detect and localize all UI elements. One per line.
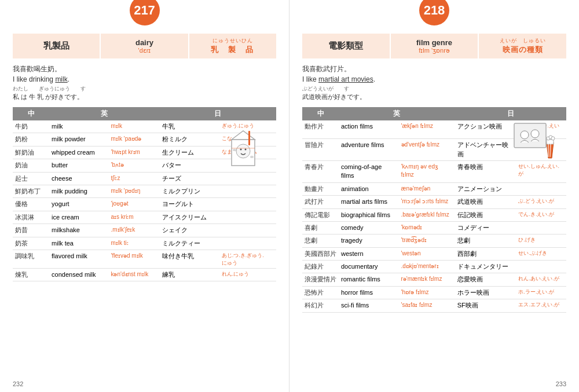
- cell-zh: 鮮奶油: [13, 146, 49, 159]
- cell-zh: 冒險片: [302, 139, 339, 161]
- cell-jp-ruby: あじ.つ.き.ぎゅう. にゅう: [219, 250, 276, 268]
- cell-phonetic: mɪlk 'pʊdɪŋ: [108, 185, 159, 197]
- cell-phonetic: 'joʊgət: [108, 198, 159, 211]
- cell-jp: 恋愛映画: [455, 273, 516, 286]
- cell-phonetic: 'hɒrə fɪlmz: [399, 286, 455, 299]
- cell-jp-ruby: エス.エフ.えい.が: [516, 299, 566, 312]
- table-row: 鮮奶布丁milk puddingmɪlk 'pʊdɪŋミルクプリン: [13, 185, 276, 197]
- col-header-en: 英: [49, 107, 160, 120]
- cell-jp-ruby: れん.にゅう: [219, 269, 276, 281]
- right-page: 218 電影類型 film genre fɪlm 'ʒɒnrə えいが しゅるい…: [290, 0, 579, 392]
- cell-en: condensed milk: [49, 269, 108, 281]
- table-row: 喜劇comedy'kɒmədɪコメディー: [302, 221, 566, 234]
- cell-zh: 起士: [13, 172, 49, 185]
- movie-illustration: [513, 122, 554, 157]
- cell-en: horror films: [339, 286, 399, 299]
- cell-jp: ミルクティー: [160, 237, 219, 250]
- svg-point-5: [233, 149, 236, 151]
- sentence-zh-right: 我喜歡武打片。: [302, 64, 566, 74]
- cell-jp: アクション映画: [455, 120, 516, 139]
- cell-phonetic: mɪlk tiː: [108, 237, 159, 250]
- sentence-en-right: I like martial art movies.: [302, 75, 566, 83]
- table-row: 浪漫愛情片romantic filmsrə'mæntɪk fɪlmz恋愛映画れん…: [302, 273, 566, 286]
- svg-point-11: [531, 130, 539, 138]
- cell-jp-ruby: せい.ぶ.げき: [516, 247, 566, 260]
- cell-jp: 練乳: [160, 269, 219, 281]
- cell-jp-ruby: せい.しゅん.えい.が: [516, 160, 566, 182]
- svg-point-4: [245, 149, 247, 151]
- cell-en: milkshake: [49, 224, 108, 237]
- header-zh-right: 電影類型: [302, 34, 390, 58]
- svg-rect-8: [248, 131, 250, 145]
- cell-en: milk: [49, 120, 108, 133]
- header-jp-right: えいが しゅるい 映画の種類: [479, 34, 566, 58]
- cell-en: milk pudding: [49, 185, 108, 197]
- cell-en: cheese: [49, 172, 108, 185]
- cell-phonetic: 'bʌtə: [108, 159, 159, 172]
- cell-jp: バター: [160, 159, 219, 172]
- cell-jp: 青春映画: [455, 160, 516, 182]
- cell-en: animation: [339, 182, 399, 195]
- cell-zh: 牛奶: [13, 120, 49, 133]
- cell-jp: チーズ: [160, 172, 219, 185]
- svg-point-3: [240, 149, 242, 151]
- cell-jp-ruby: ホ.ラー.えい.が: [516, 286, 566, 299]
- cell-jp-ruby: ぶ.どう.えい.が: [516, 196, 566, 208]
- cell-zh: 鮮奶布丁: [13, 185, 49, 197]
- cell-phonetic: 'westən: [399, 247, 455, 260]
- cell-zh: 傳記電影: [302, 208, 339, 221]
- cell-en: biographical films: [339, 208, 399, 221]
- sentence-jp-left: わたし ぎゅうにゅう す 私 は 牛 乳 が好きです。: [13, 85, 276, 101]
- cell-jp-ruby: [516, 221, 566, 234]
- table-row: 傳記電影biographical films.baɪə'ɡræfɪkl fɪlm…: [302, 208, 566, 221]
- cell-en: milk tea: [49, 237, 108, 250]
- cell-phonetic: aɪs kriːm: [108, 211, 159, 224]
- table-row: 動畫片animationænə'meʃənアニメーション: [302, 182, 566, 195]
- cell-en: sci-fi films: [339, 299, 399, 312]
- cell-jp: アニメーション: [455, 182, 516, 195]
- cell-jp: 味付き牛乳: [160, 250, 219, 268]
- cell-jp-ruby: [219, 211, 276, 224]
- cell-jp-ruby: れん.あい.えい.が: [516, 273, 566, 286]
- cell-jp: ヨーグルト: [160, 198, 219, 211]
- table-row: 起士cheesetʃiːzチーズ: [13, 172, 276, 185]
- cell-zh: 優格: [13, 198, 49, 211]
- header-row-left: 乳製品 dairy 'dɛrɪ にゅうせいひん 乳 製 品: [13, 34, 276, 58]
- table-row: 奶茶milk teamɪlk tiːミルクティー: [13, 237, 276, 250]
- left-page: 217 乳製品 dairy 'dɛrɪ にゅうせいひん 乳 製 品 我喜歡喝生奶…: [0, 0, 290, 392]
- cell-jp: ミルクプリン: [160, 185, 219, 197]
- cell-jp: コメディー: [455, 221, 516, 234]
- milk-carton-illustration: [223, 122, 263, 163]
- cell-jp-ruby: [219, 224, 276, 237]
- cell-zh: 喜劇: [302, 221, 339, 234]
- svg-point-16: [551, 137, 555, 140]
- table-row: 恐怖片horror films'hɒrə fɪlmzホラー映画ホ.ラー.えい.が: [302, 286, 566, 299]
- cell-en: whipped cream: [49, 146, 108, 159]
- cell-phonetic: rə'mæntɪk fɪlmz: [399, 273, 455, 286]
- cell-phonetic: 'træd͡ʒədɪ: [399, 235, 455, 247]
- cell-zh: 武打片: [302, 196, 339, 208]
- cell-en: western: [339, 247, 399, 260]
- cell-en: tragedy: [339, 235, 399, 247]
- table-row: 紀錄片documentary.dɒkjʊ'mentərɪドキュメンタリー: [302, 261, 566, 273]
- cell-jp: シェイク: [160, 224, 219, 237]
- cell-en: flavored milk: [49, 250, 108, 268]
- cell-zh: 奶茶: [13, 237, 49, 250]
- svg-point-2: [236, 144, 250, 158]
- svg-marker-1: [232, 131, 255, 140]
- page-footer-left: 232: [13, 380, 23, 387]
- cell-jp: 生クリーム: [160, 146, 219, 159]
- cell-zh: 調味乳: [13, 250, 49, 268]
- cell-phonetic: 'fleɪvəd mɪlk: [108, 250, 159, 268]
- col-header-jp: 日: [160, 107, 276, 120]
- cell-phonetic: əd'ventʃə fɪlmz: [399, 139, 455, 161]
- svg-rect-9: [514, 123, 546, 148]
- cell-phonetic: 'saɪfaɪ fɪlmz: [399, 299, 455, 312]
- cell-jp-ruby: [219, 237, 276, 250]
- cell-jp-ruby: [219, 198, 276, 211]
- cell-jp: SF映画: [455, 299, 516, 312]
- header-zh-left: 乳製品: [13, 34, 100, 58]
- cell-en: romantic films: [339, 273, 399, 286]
- svg-line-18: [550, 144, 551, 157]
- sentence-block-left: 我喜歡喝生奶。 I like drinking milk. わたし ぎゅうにゅう…: [13, 64, 276, 101]
